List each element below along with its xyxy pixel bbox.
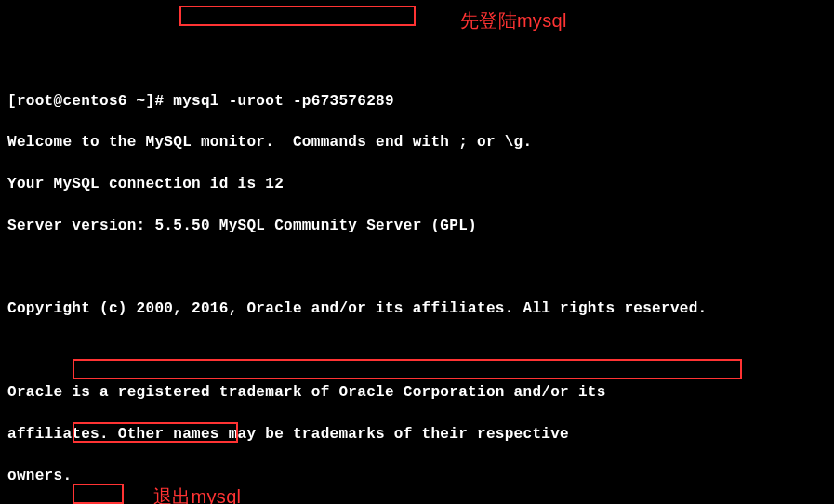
annotation-exit: 退出mysql — [153, 484, 241, 504]
blank-line — [7, 258, 827, 278]
annotation-login: 先登陆mysql — [460, 7, 567, 33]
output-line: Server version: 5.5.50 MySQL Community S… — [7, 216, 827, 236]
shell-prompt: [root@centos6 ~]# — [7, 93, 173, 110]
login-command[interactable]: mysql -uroot -p673576289 — [173, 93, 394, 110]
highlight-box-flush — [73, 422, 238, 443]
output-line: owners. — [7, 466, 827, 486]
highlight-box-grant — [73, 359, 742, 379]
output-line: Your MySQL connection id is 12 — [7, 174, 827, 194]
output-line: Copyright (c) 2000, 2016, Oracle and/or … — [7, 298, 827, 319]
output-line: Oracle is a registered trademark of Orac… — [7, 382, 827, 403]
shell-line: [root@centos6 ~]# mysql -uroot -p6735762… — [7, 91, 827, 112]
highlight-box-login — [179, 6, 416, 26]
output-line: Welcome to the MySQL monitor. Commands e… — [7, 132, 827, 153]
highlight-box-exit — [73, 484, 124, 504]
